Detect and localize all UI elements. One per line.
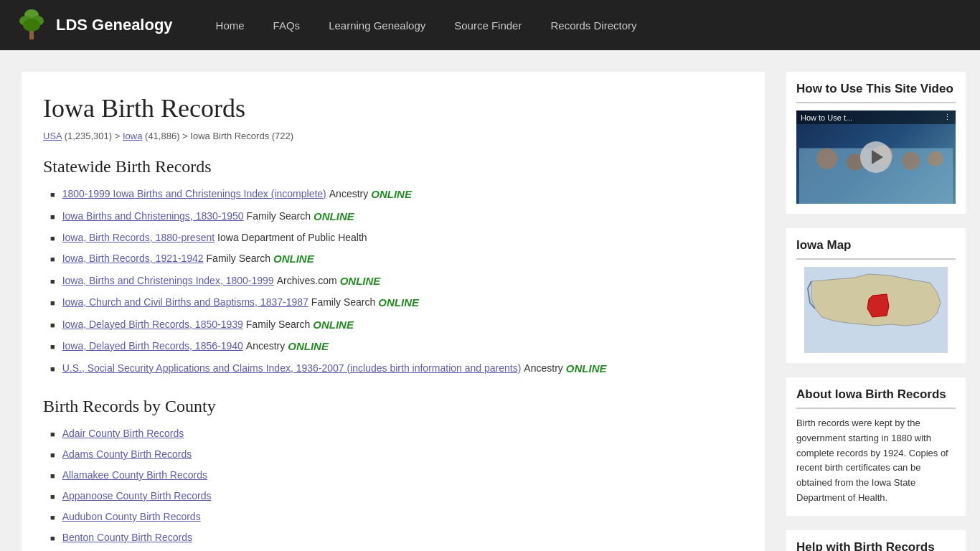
statewide-record-link[interactable]: U.S., Social Security Applications and C… <box>62 361 522 376</box>
sidebar: How to Use This Site Video How to Use t.… <box>786 72 966 551</box>
statewide-record-item: U.S., Social Security Applications and C… <box>50 361 743 377</box>
sidebar-help-title: Help with Birth Records <box>796 540 956 551</box>
statewide-record-item: Iowa Births and Christenings, 1830-1950 … <box>50 209 743 225</box>
logo-icon <box>14 8 49 42</box>
breadcrumb-usa[interactable]: USA <box>43 131 62 141</box>
provider-text: Family Search <box>247 209 311 224</box>
statewide-record-item: Iowa, Delayed Birth Records, 1850-1939 F… <box>50 317 743 334</box>
statewide-record-item: Iowa, Births and Christenings Index, 180… <box>50 273 743 290</box>
video-play-button[interactable] <box>860 141 892 173</box>
statewide-record-link[interactable]: Iowa, Birth Records, 1880-present <box>62 230 215 245</box>
online-badge: ONLINE <box>378 295 419 311</box>
statewide-record-link[interactable]: Iowa, Delayed Birth Records, 1850-1939 <box>62 317 243 332</box>
sidebar-video-section: How to Use This Site Video How to Use t.… <box>786 72 966 214</box>
county-record-item: Benton County Birth Records <box>50 530 743 545</box>
sidebar-about-title: About Iowa Birth Records <box>796 387 956 402</box>
video-title-bar: How to Use t... ⋮ <box>796 110 956 124</box>
nav-faqs[interactable]: FAQs <box>273 19 301 32</box>
provider-text: Family Search <box>311 295 375 310</box>
statewide-heading: Statewide Birth Records <box>43 157 743 176</box>
nav-home[interactable]: Home <box>216 19 245 32</box>
county-heading: Birth Records by County <box>43 397 743 416</box>
nav-source[interactable]: Source Finder <box>454 19 522 32</box>
main-content: Iowa Birth Records USA (1,235,301) > Iow… <box>22 72 765 551</box>
provider-text: Iowa Department of Public Health <box>217 230 367 245</box>
provider-text: Ancestry <box>524 361 562 376</box>
breadcrumb-usa-count: (1,235,301) <box>65 131 113 141</box>
video-thumbnail[interactable]: How to Use t... ⋮ <box>796 110 956 204</box>
provider-text: Archives.com <box>277 273 337 288</box>
breadcrumb-iowa[interactable]: Iowa <box>123 131 142 141</box>
sidebar-video-title: How to Use This Site Video <box>796 82 956 96</box>
svg-point-9 <box>902 151 920 169</box>
provider-text: Ancestry <box>329 187 368 202</box>
county-record-item: Allamakee County Birth Records <box>50 468 743 483</box>
statewide-record-link[interactable]: 1800-1999 Iowa Births and Christenings I… <box>62 187 326 202</box>
county-record-link[interactable]: Adair County Birth Records <box>62 426 184 441</box>
county-records-list: Adair County Birth RecordsAdams County B… <box>43 426 743 551</box>
main-nav: Home FAQs Learning Genealogy Source Find… <box>216 19 637 32</box>
logo-area: LDS Genealogy <box>14 8 173 42</box>
statewide-records-list: 1800-1999 Iowa Births and Christenings I… <box>43 187 743 377</box>
about-text: Birth records were kept by the governmen… <box>796 416 956 506</box>
svg-rect-4 <box>29 31 34 39</box>
usa-map-svg <box>796 267 956 353</box>
online-badge: ONLINE <box>313 317 354 334</box>
statewide-record-link[interactable]: Iowa Births and Christenings, 1830-1950 <box>62 209 244 224</box>
page-wrap: Iowa Birth Records USA (1,235,301) > Iow… <box>0 50 980 551</box>
provider-text: Family Search <box>246 317 310 332</box>
statewide-record-link[interactable]: Iowa, Delayed Birth Records, 1856-1940 <box>62 339 243 354</box>
county-record-link[interactable]: Audubon County Birth Records <box>62 509 201 524</box>
svg-point-6 <box>816 148 837 169</box>
online-badge: ONLINE <box>340 273 381 290</box>
county-record-link[interactable]: Allamakee County Birth Records <box>62 468 207 483</box>
online-badge: ONLINE <box>273 251 314 268</box>
sidebar-map-section: Iowa Map <box>786 228 966 363</box>
statewide-record-item: Iowa, Birth Records, 1921-1942 Family Se… <box>50 251 743 268</box>
sidebar-help-section: Help with Birth Records <box>786 530 966 551</box>
sidebar-map-title: Iowa Map <box>796 238 956 253</box>
breadcrumb-current: Iowa Birth Records (722) <box>190 131 293 141</box>
county-record-item: Appanoose County Birth Records <box>50 489 743 504</box>
county-record-link[interactable]: Adams County Birth Records <box>62 447 192 462</box>
county-record-link[interactable]: Benton County Birth Records <box>62 530 192 545</box>
nav-records[interactable]: Records Directory <box>550 19 636 32</box>
statewide-record-link[interactable]: Iowa, Birth Records, 1921-1942 <box>62 251 204 266</box>
statewide-record-link[interactable]: Iowa, Church and Civil Births and Baptis… <box>62 295 308 310</box>
county-record-item: Adair County Birth Records <box>50 426 743 441</box>
page-title: Iowa Birth Records <box>43 93 743 123</box>
provider-text: Ancestry <box>246 339 285 354</box>
content-area: Iowa Birth Records USA (1,235,301) > Iow… <box>0 50 980 551</box>
breadcrumb: USA (1,235,301) > Iowa (41,886) > Iowa B… <box>43 131 743 141</box>
breadcrumb-iowa-count: (41,886) <box>145 131 179 141</box>
statewide-record-item: Iowa, Birth Records, 1880-present Iowa D… <box>50 230 743 245</box>
nav-learning[interactable]: Learning Genealogy <box>329 19 425 32</box>
video-title-text: How to Use t... <box>801 113 852 122</box>
svg-point-10 <box>928 151 943 166</box>
svg-point-3 <box>23 19 40 32</box>
about-divider <box>796 408 956 409</box>
county-record-item: Audubon County Birth Records <box>50 509 743 524</box>
statewide-record-item: Iowa, Church and Civil Births and Baptis… <box>50 295 743 311</box>
online-badge: ONLINE <box>288 339 329 355</box>
sidebar-about-section: About Iowa Birth Records Birth records w… <box>786 377 966 516</box>
statewide-record-item: Iowa, Delayed Birth Records, 1856-1940 A… <box>50 339 743 355</box>
statewide-record-link[interactable]: Iowa, Births and Christenings Index, 180… <box>62 273 274 288</box>
county-record-link[interactable]: Appanoose County Birth Records <box>62 489 212 504</box>
provider-text: Family Search <box>207 251 270 266</box>
statewide-record-item: 1800-1999 Iowa Births and Christenings I… <box>50 187 743 203</box>
county-record-item: Adams County Birth Records <box>50 447 743 462</box>
iowa-map[interactable] <box>796 267 956 353</box>
online-badge: ONLINE <box>314 209 354 225</box>
site-logo-text: LDS Genealogy <box>56 16 173 34</box>
online-badge: ONLINE <box>566 361 607 377</box>
online-badge: ONLINE <box>371 187 412 203</box>
map-divider <box>796 258 956 260</box>
video-divider <box>796 102 956 103</box>
site-header: LDS Genealogy Home FAQs Learning Genealo… <box>0 0 980 50</box>
video-menu-icon: ⋮ <box>943 113 951 122</box>
